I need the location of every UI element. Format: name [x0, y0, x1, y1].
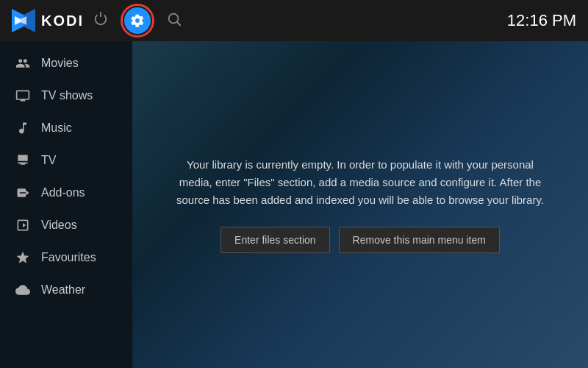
favourites-label: Favourites	[41, 251, 96, 264]
sidebar-item-tv[interactable]: TV	[0, 144, 132, 177]
sidebar-item-addons[interactable]: Add-ons	[0, 177, 132, 209]
top-bar-icons	[93, 4, 182, 38]
enter-files-button[interactable]: Enter files section	[220, 227, 330, 253]
kodi-logo-icon	[12, 9, 35, 32]
sidebar-item-movies[interactable]: Movies	[0, 47, 132, 79]
power-button[interactable]	[93, 11, 109, 31]
content-area: Your library is currently empty. In orde…	[132, 41, 588, 368]
favourites-icon	[15, 250, 31, 266]
music-label: Music	[41, 121, 72, 135]
svg-point-4	[169, 14, 179, 24]
sidebar-item-music[interactable]: Music	[0, 112, 132, 144]
tv-icon	[15, 152, 31, 169]
sidebar: Movies TV shows Music	[0, 41, 132, 368]
tvshows-icon	[15, 88, 31, 104]
library-empty-message: Your library is currently empty. In orde…	[169, 156, 551, 209]
top-bar-left: KODI	[12, 4, 182, 38]
content-box: Your library is currently empty. In orde…	[154, 141, 566, 268]
addons-icon	[15, 185, 31, 201]
movies-label: Movies	[41, 57, 79, 70]
search-button[interactable]	[166, 11, 182, 30]
videos-label: Videos	[41, 219, 77, 232]
kodi-logo: KODI	[12, 9, 84, 32]
svg-line-5	[177, 22, 180, 25]
movies-icon	[15, 55, 31, 71]
settings-icon	[124, 7, 151, 34]
app-title: KODI	[41, 13, 84, 29]
addons-label: Add-ons	[41, 186, 85, 199]
tvshows-label: TV shows	[41, 89, 93, 102]
sidebar-item-tvshows[interactable]: TV shows	[0, 79, 132, 112]
weather-label: Weather	[41, 283, 85, 297]
sidebar-item-videos[interactable]: Videos	[0, 209, 132, 241]
weather-icon	[15, 282, 31, 298]
videos-icon	[15, 217, 31, 233]
remove-menu-item-button[interactable]: Remove this main menu item	[339, 227, 500, 253]
sidebar-item-weather[interactable]: Weather	[0, 274, 132, 306]
tv-label: TV	[41, 154, 56, 167]
top-bar: KODI	[0, 0, 588, 41]
content-buttons: Enter files section Remove this main men…	[169, 227, 551, 253]
sidebar-item-favourites[interactable]: Favourites	[0, 241, 132, 274]
settings-button[interactable]	[121, 4, 154, 38]
clock-display: 12:16 PM	[507, 11, 576, 30]
main-layout: Movies TV shows Music	[0, 41, 588, 368]
music-icon	[15, 120, 31, 136]
